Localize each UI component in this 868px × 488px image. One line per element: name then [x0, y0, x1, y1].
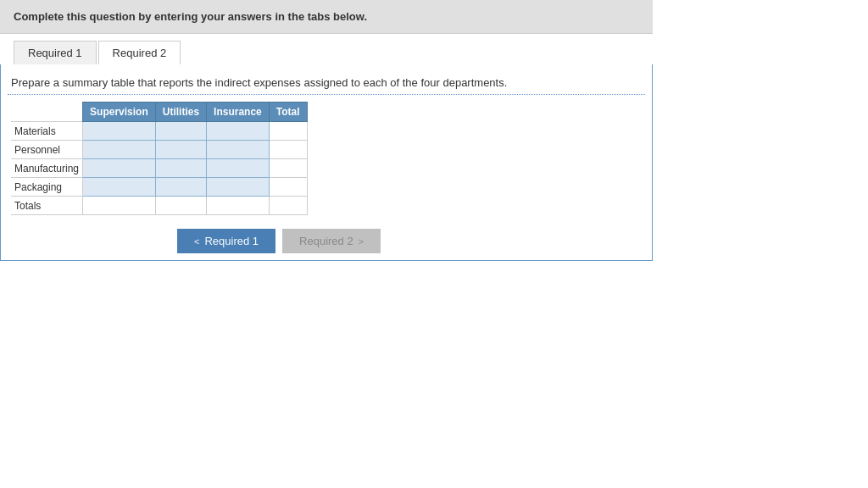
nav-buttons: < Required 1 Required 2 >	[177, 229, 645, 253]
cell-materials-total[interactable]	[269, 122, 307, 141]
row-label-packaging: Packaging	[11, 178, 83, 197]
row-label-manufacturing: Manufacturing	[11, 159, 83, 178]
cell-materials-insurance[interactable]	[207, 122, 270, 141]
input-manufacturing-total[interactable]	[273, 162, 303, 175]
cell-totals-utilities[interactable]	[155, 197, 206, 215]
cell-manufacturing-total[interactable]	[269, 159, 307, 178]
col-header-utilities: Utilities	[155, 103, 206, 122]
cell-packaging-total[interactable]	[269, 178, 307, 197]
page-wrapper: Complete this question by entering your …	[0, 0, 868, 488]
input-personnel-insurance[interactable]	[210, 143, 265, 157]
cell-totals-supervision[interactable]	[83, 197, 156, 215]
input-personnel-total[interactable]	[273, 143, 303, 157]
cell-personnel-insurance[interactable]	[207, 141, 270, 159]
col-header-total: Total	[269, 103, 307, 122]
table-row: Packaging	[11, 178, 307, 197]
prev-button[interactable]: < Required 1	[177, 229, 275, 253]
cell-packaging-utilities[interactable]	[155, 178, 206, 197]
cell-materials-utilities[interactable]	[155, 122, 206, 141]
instruction-bar: Complete this question by entering your …	[0, 0, 653, 34]
row-label-totals: Totals	[11, 197, 83, 215]
input-totals-utilities[interactable]	[159, 199, 203, 213]
cell-totals-insurance[interactable]	[207, 197, 270, 215]
input-manufacturing-supervision[interactable]	[86, 162, 152, 175]
cell-packaging-supervision[interactable]	[83, 178, 156, 197]
next-chevron-icon: >	[359, 236, 364, 247]
cell-personnel-supervision[interactable]	[83, 141, 156, 159]
next-button-label: Required 2	[299, 235, 353, 247]
table-row: Totals	[11, 197, 307, 215]
input-totals-total[interactable]	[273, 199, 303, 213]
table-row: Materials	[11, 122, 307, 141]
table-row: Manufacturing	[11, 159, 307, 178]
cell-manufacturing-utilities[interactable]	[155, 159, 206, 178]
row-label-personnel: Personnel	[11, 141, 83, 159]
question-text: Prepare a summary table that reports the…	[8, 71, 645, 95]
tab-required2[interactable]: Required 2	[98, 41, 181, 64]
cell-manufacturing-insurance[interactable]	[207, 159, 270, 178]
summary-table: Supervision Utilities Insurance Total Ma…	[11, 102, 308, 215]
input-materials-insurance[interactable]	[210, 125, 265, 138]
input-materials-supervision[interactable]	[86, 125, 152, 138]
input-manufacturing-utilities[interactable]	[159, 162, 203, 175]
input-packaging-utilities[interactable]	[159, 180, 203, 194]
input-materials-total[interactable]	[273, 125, 303, 138]
content-area: Prepare a summary table that reports the…	[0, 64, 653, 261]
input-personnel-supervision[interactable]	[86, 143, 152, 157]
cell-totals-total[interactable]	[269, 197, 307, 215]
cell-manufacturing-supervision[interactable]	[83, 159, 156, 178]
instruction-text: Complete this question by entering your …	[14, 10, 367, 23]
table-row: Personnel	[11, 141, 307, 159]
prev-button-label: Required 1	[204, 235, 259, 247]
row-label-materials: Materials	[11, 122, 83, 141]
input-manufacturing-insurance[interactable]	[210, 162, 265, 175]
col-header-insurance: Insurance	[207, 103, 270, 122]
col-header-supervision: Supervision	[83, 103, 156, 122]
cell-personnel-total[interactable]	[269, 141, 307, 159]
tabs-container: Required 1 Required 2	[0, 41, 868, 64]
tab-required1[interactable]: Required 1	[14, 41, 97, 64]
input-packaging-supervision[interactable]	[86, 180, 152, 194]
input-totals-supervision[interactable]	[86, 199, 152, 213]
input-packaging-insurance[interactable]	[210, 180, 265, 194]
col-header-empty	[11, 103, 83, 122]
input-personnel-utilities[interactable]	[159, 143, 203, 157]
input-totals-insurance[interactable]	[210, 199, 265, 213]
cell-personnel-utilities[interactable]	[155, 141, 206, 159]
cell-packaging-insurance[interactable]	[207, 178, 270, 197]
input-materials-utilities[interactable]	[159, 125, 203, 138]
next-button[interactable]: Required 2 >	[282, 229, 381, 253]
cell-materials-supervision[interactable]	[83, 122, 156, 141]
prev-chevron-icon: <	[194, 236, 199, 247]
input-packaging-total[interactable]	[273, 180, 303, 194]
